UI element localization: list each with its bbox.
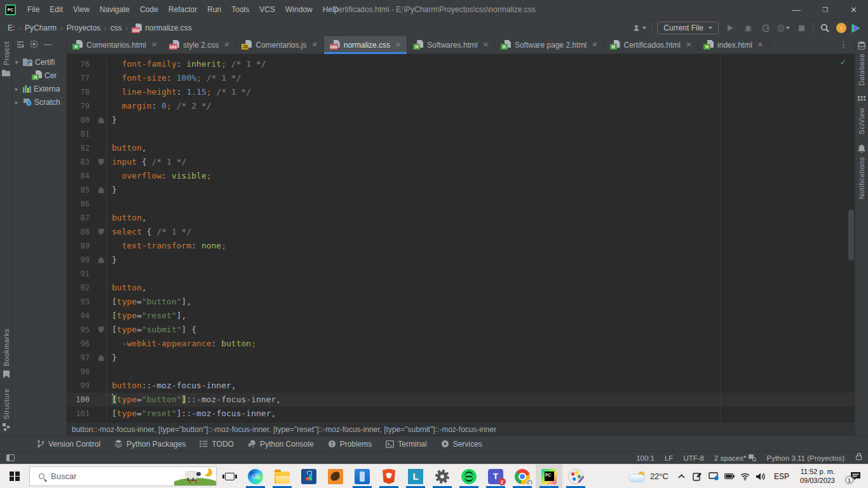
editor-tab-certificados-html[interactable]: HCertificados.html✕ (604, 36, 698, 53)
python-interpreter[interactable]: Python 3.11 (Proyectos) (766, 454, 844, 462)
tab-close-icon[interactable]: ✕ (224, 41, 229, 49)
fold-marker-icon[interactable] (96, 155, 106, 169)
sidebar-item-database[interactable]: Database (858, 36, 865, 91)
editor-scrollbar[interactable] (848, 210, 854, 261)
notification-center-button[interactable]: 1 (843, 464, 868, 488)
inspections-ok-icon[interactable]: ✓ (841, 57, 846, 67)
toolwindow-button-services[interactable]: Services (441, 440, 482, 449)
sidebar-item-project[interactable]: Project (2, 36, 10, 81)
code-line-84[interactable]: 84 overflow: visible; (67, 169, 855, 183)
sidebar-item-notifications[interactable]: Notifications (858, 140, 865, 204)
sidebar-item-structure[interactable]: Structure (3, 383, 10, 436)
editor-tab-normalize-css[interactable]: cssnormalize.css✕ (324, 36, 408, 53)
run-config-select[interactable]: Current File (657, 22, 719, 34)
tab-close-icon[interactable]: ✕ (757, 41, 763, 49)
taskbar-app-explorer[interactable] (269, 464, 295, 488)
code-line-86[interactable]: 86 (67, 197, 855, 211)
code-line-101[interactable]: 101[type="reset"]::-moz-focus-inner, (67, 407, 855, 421)
taskbar-app-store[interactable] (295, 464, 322, 488)
caret-position[interactable]: 100:1 (636, 454, 654, 462)
menu-item-code[interactable]: Code (135, 0, 163, 19)
tab-close-icon[interactable]: ✕ (395, 41, 401, 49)
code-line-97[interactable]: 97} (67, 351, 855, 365)
tab-close-icon[interactable]: ✕ (686, 41, 691, 49)
toolwindow-button-version-control[interactable]: Version Control (37, 440, 100, 449)
lock-icon[interactable] (856, 456, 862, 460)
chevron-down-icon[interactable]: ▾ (15, 59, 20, 65)
editor-tab-index-html[interactable]: Hindex.html✕ (698, 36, 770, 53)
tab-close-icon[interactable]: ✕ (312, 41, 318, 49)
collapse-all-icon[interactable] (17, 41, 24, 48)
tab-close-icon[interactable]: ✕ (151, 41, 157, 49)
gear-icon[interactable] (30, 40, 38, 48)
toolwindow-button-terminal[interactable]: Terminal (386, 440, 426, 449)
breadcrumb-item[interactable]: PyCharm (22, 23, 59, 33)
toolwindow-button-python-packages[interactable]: Python Packages (114, 440, 186, 449)
code-line-85[interactable]: 85} (67, 183, 855, 197)
maximize-button[interactable]: ❐ (811, 0, 839, 19)
line-separator[interactable]: LF (665, 454, 673, 462)
code-line-100[interactable]: 100[type="button"]::-moz-focus-inner, (67, 393, 855, 407)
code-line-94[interactable]: 94[type="reset"], (67, 309, 855, 323)
chevron-right-icon[interactable]: ▸ (15, 86, 20, 92)
cast-icon[interactable] (707, 472, 721, 480)
indent-setting[interactable]: 2 spaces* (714, 454, 747, 462)
code-line-77[interactable]: 77 font-size: 100%; /* 1 */ (67, 71, 855, 85)
tree-item-externa[interactable]: ▸Externa (13, 82, 66, 95)
menu-item-vcs[interactable]: VCS (254, 0, 280, 19)
plugin-logo-icon[interactable] (852, 24, 860, 32)
breadcrumb-item[interactable]: css (108, 23, 125, 33)
toolwindow-button-python-console[interactable]: Python Console (248, 440, 314, 449)
code-line-92[interactable]: 92button, (67, 281, 855, 295)
tree-item-scratch[interactable]: ▸Scratch (13, 95, 66, 109)
editor-breadcrumbs[interactable]: button::-moz-focus-inner, [type="button"… (67, 422, 855, 436)
taskbar-app-teams[interactable]: T2 (482, 464, 509, 488)
taskbar-app-pycharm[interactable]: PC (536, 464, 562, 488)
taskbar-clock[interactable]: 11:52 p. m. 09/03/2023 (795, 468, 840, 485)
menu-item-run[interactable]: Run (202, 0, 226, 19)
minimize-button[interactable]: — (782, 0, 811, 19)
taskbar-weather[interactable]: 22°C (623, 464, 675, 488)
toolwindow-button-problems[interactable]: Problems (328, 440, 372, 449)
code-line-82[interactable]: 82button, (67, 141, 855, 155)
code-line-88[interactable]: 88select { /* 1 */ (67, 225, 855, 239)
menu-item-tools[interactable]: Tools (226, 0, 254, 19)
hide-panel-icon[interactable]: — (44, 40, 51, 49)
close-button[interactable]: ✕ (839, 0, 868, 19)
taskbar-app-lively[interactable]: L (402, 464, 429, 488)
editor-tab-style-2-css[interactable]: cssstyle 2.css✕ (163, 36, 236, 53)
breadcrumb-item[interactable]: cssnormalize.css (129, 23, 194, 34)
tool-window-switcher-icon[interactable] (6, 454, 15, 461)
chevron-right-icon[interactable]: ▸ (15, 99, 20, 105)
taskbar-app-chrome[interactable] (509, 464, 536, 488)
fold-marker-icon[interactable] (96, 323, 106, 337)
code-line-93[interactable]: 93[type="button"], (67, 295, 855, 309)
file-encoding[interactable]: UTF-8 (683, 454, 704, 462)
code-line-99[interactable]: 99button::-moz-focus-inner, (67, 379, 855, 393)
editor-tab-comentarios-html[interactable]: HComentarios.html✕ (67, 36, 163, 53)
search-everywhere-icon[interactable] (818, 22, 831, 34)
tray-expand-icon[interactable] (675, 474, 689, 478)
menu-item-refactor[interactable]: Refactor (163, 0, 202, 19)
code-line-98[interactable]: 98 (67, 365, 855, 379)
code-line-96[interactable]: 96 -webkit-appearance: button; (67, 337, 855, 351)
code-line-76[interactable]: 76 font-family: inherit; /* 1 */ (67, 57, 855, 71)
taskbar-app-phone-link[interactable] (349, 464, 376, 488)
editor-tab-software-page-2-html[interactable]: HSoftware page 2.html✕ (495, 36, 604, 53)
editor-tab-softwares-html[interactable]: HSoftwares.html✕ (407, 36, 495, 53)
fold-marker-icon[interactable] (96, 253, 106, 267)
code-line-91[interactable]: 91 (67, 267, 855, 281)
run-button[interactable] (724, 22, 736, 34)
tree-item-cer[interactable]: HCer (13, 69, 66, 82)
code-editor[interactable]: 76 font-family: inherit; /* 1 */77 font-… (67, 54, 855, 422)
menu-item-view[interactable]: View (68, 0, 95, 19)
indent-config-icon[interactable] (749, 454, 756, 461)
editor-tab-comentarios-js[interactable]: JSComentarios.js✕ (236, 36, 323, 53)
menu-item-edit[interactable]: Edit (44, 0, 68, 19)
fold-marker-icon[interactable] (96, 113, 106, 127)
profiler-button[interactable] (759, 22, 772, 34)
tab-options-icon[interactable]: ⋮ (833, 36, 855, 53)
update-available-icon[interactable]: ↑ (836, 23, 846, 33)
code-line-90[interactable]: 90} (67, 253, 855, 267)
menu-item-navigate[interactable]: Navigate (95, 0, 135, 19)
